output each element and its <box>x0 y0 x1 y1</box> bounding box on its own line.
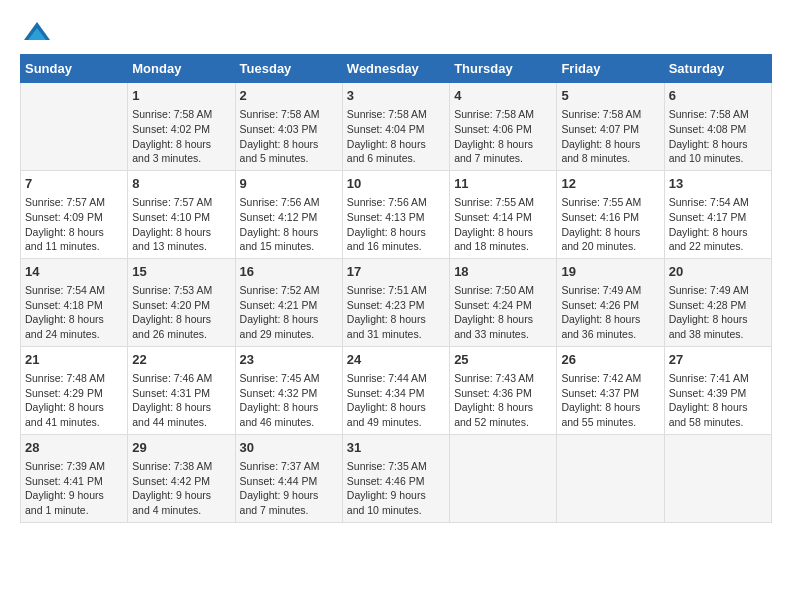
calendar-cell: 19Sunrise: 7:49 AMSunset: 4:26 PMDayligh… <box>557 258 664 346</box>
calendar-cell: 13Sunrise: 7:54 AMSunset: 4:17 PMDayligh… <box>664 170 771 258</box>
day-number: 23 <box>240 351 338 369</box>
day-number: 14 <box>25 263 123 281</box>
day-info: Sunrise: 7:58 AMSunset: 4:08 PMDaylight:… <box>669 107 767 166</box>
day-info: Sunrise: 7:57 AMSunset: 4:10 PMDaylight:… <box>132 195 230 254</box>
day-info: Sunrise: 7:58 AMSunset: 4:03 PMDaylight:… <box>240 107 338 166</box>
day-info: Sunrise: 7:57 AMSunset: 4:09 PMDaylight:… <box>25 195 123 254</box>
day-number: 16 <box>240 263 338 281</box>
logo <box>20 20 54 44</box>
day-number: 11 <box>454 175 552 193</box>
day-number: 13 <box>669 175 767 193</box>
calendar-header-row: SundayMondayTuesdayWednesdayThursdayFrid… <box>21 55 772 83</box>
day-info: Sunrise: 7:54 AMSunset: 4:18 PMDaylight:… <box>25 283 123 342</box>
day-info: Sunrise: 7:50 AMSunset: 4:24 PMDaylight:… <box>454 283 552 342</box>
calendar-cell: 14Sunrise: 7:54 AMSunset: 4:18 PMDayligh… <box>21 258 128 346</box>
day-info: Sunrise: 7:55 AMSunset: 4:16 PMDaylight:… <box>561 195 659 254</box>
day-number: 30 <box>240 439 338 457</box>
calendar-cell: 31Sunrise: 7:35 AMSunset: 4:46 PMDayligh… <box>342 434 449 522</box>
day-info: Sunrise: 7:51 AMSunset: 4:23 PMDaylight:… <box>347 283 445 342</box>
calendar-cell: 4Sunrise: 7:58 AMSunset: 4:06 PMDaylight… <box>450 83 557 171</box>
day-info: Sunrise: 7:58 AMSunset: 4:07 PMDaylight:… <box>561 107 659 166</box>
day-info: Sunrise: 7:53 AMSunset: 4:20 PMDaylight:… <box>132 283 230 342</box>
calendar-cell <box>664 434 771 522</box>
calendar-cell: 23Sunrise: 7:45 AMSunset: 4:32 PMDayligh… <box>235 346 342 434</box>
day-info: Sunrise: 7:54 AMSunset: 4:17 PMDaylight:… <box>669 195 767 254</box>
day-info: Sunrise: 7:49 AMSunset: 4:28 PMDaylight:… <box>669 283 767 342</box>
day-number: 9 <box>240 175 338 193</box>
calendar-cell: 15Sunrise: 7:53 AMSunset: 4:20 PMDayligh… <box>128 258 235 346</box>
day-info: Sunrise: 7:39 AMSunset: 4:41 PMDaylight:… <box>25 459 123 518</box>
day-info: Sunrise: 7:44 AMSunset: 4:34 PMDaylight:… <box>347 371 445 430</box>
day-number: 25 <box>454 351 552 369</box>
calendar-cell: 27Sunrise: 7:41 AMSunset: 4:39 PMDayligh… <box>664 346 771 434</box>
day-info: Sunrise: 7:41 AMSunset: 4:39 PMDaylight:… <box>669 371 767 430</box>
calendar-week-row: 7Sunrise: 7:57 AMSunset: 4:09 PMDaylight… <box>21 170 772 258</box>
day-info: Sunrise: 7:55 AMSunset: 4:14 PMDaylight:… <box>454 195 552 254</box>
header-monday: Monday <box>128 55 235 83</box>
calendar-cell <box>557 434 664 522</box>
day-number: 24 <box>347 351 445 369</box>
calendar-cell: 9Sunrise: 7:56 AMSunset: 4:12 PMDaylight… <box>235 170 342 258</box>
calendar-cell <box>21 83 128 171</box>
day-number: 2 <box>240 87 338 105</box>
day-number: 4 <box>454 87 552 105</box>
day-number: 31 <box>347 439 445 457</box>
day-info: Sunrise: 7:48 AMSunset: 4:29 PMDaylight:… <box>25 371 123 430</box>
day-number: 15 <box>132 263 230 281</box>
day-info: Sunrise: 7:46 AMSunset: 4:31 PMDaylight:… <box>132 371 230 430</box>
calendar-cell: 20Sunrise: 7:49 AMSunset: 4:28 PMDayligh… <box>664 258 771 346</box>
day-number: 10 <box>347 175 445 193</box>
header-sunday: Sunday <box>21 55 128 83</box>
day-number: 12 <box>561 175 659 193</box>
calendar-cell: 25Sunrise: 7:43 AMSunset: 4:36 PMDayligh… <box>450 346 557 434</box>
day-number: 18 <box>454 263 552 281</box>
day-info: Sunrise: 7:37 AMSunset: 4:44 PMDaylight:… <box>240 459 338 518</box>
day-info: Sunrise: 7:52 AMSunset: 4:21 PMDaylight:… <box>240 283 338 342</box>
calendar-cell: 3Sunrise: 7:58 AMSunset: 4:04 PMDaylight… <box>342 83 449 171</box>
calendar-cell: 7Sunrise: 7:57 AMSunset: 4:09 PMDaylight… <box>21 170 128 258</box>
calendar-cell: 26Sunrise: 7:42 AMSunset: 4:37 PMDayligh… <box>557 346 664 434</box>
day-info: Sunrise: 7:45 AMSunset: 4:32 PMDaylight:… <box>240 371 338 430</box>
calendar-cell: 5Sunrise: 7:58 AMSunset: 4:07 PMDaylight… <box>557 83 664 171</box>
calendar-week-row: 28Sunrise: 7:39 AMSunset: 4:41 PMDayligh… <box>21 434 772 522</box>
day-info: Sunrise: 7:58 AMSunset: 4:06 PMDaylight:… <box>454 107 552 166</box>
header-thursday: Thursday <box>450 55 557 83</box>
day-number: 22 <box>132 351 230 369</box>
day-info: Sunrise: 7:56 AMSunset: 4:12 PMDaylight:… <box>240 195 338 254</box>
day-info: Sunrise: 7:58 AMSunset: 4:02 PMDaylight:… <box>132 107 230 166</box>
calendar-week-row: 1Sunrise: 7:58 AMSunset: 4:02 PMDaylight… <box>21 83 772 171</box>
day-info: Sunrise: 7:58 AMSunset: 4:04 PMDaylight:… <box>347 107 445 166</box>
calendar-table: SundayMondayTuesdayWednesdayThursdayFrid… <box>20 54 772 523</box>
day-info: Sunrise: 7:38 AMSunset: 4:42 PMDaylight:… <box>132 459 230 518</box>
calendar-cell: 21Sunrise: 7:48 AMSunset: 4:29 PMDayligh… <box>21 346 128 434</box>
day-number: 3 <box>347 87 445 105</box>
day-number: 21 <box>25 351 123 369</box>
calendar-week-row: 14Sunrise: 7:54 AMSunset: 4:18 PMDayligh… <box>21 258 772 346</box>
calendar-cell: 24Sunrise: 7:44 AMSunset: 4:34 PMDayligh… <box>342 346 449 434</box>
calendar-cell: 2Sunrise: 7:58 AMSunset: 4:03 PMDaylight… <box>235 83 342 171</box>
day-info: Sunrise: 7:35 AMSunset: 4:46 PMDaylight:… <box>347 459 445 518</box>
day-number: 27 <box>669 351 767 369</box>
day-number: 7 <box>25 175 123 193</box>
day-number: 1 <box>132 87 230 105</box>
header-tuesday: Tuesday <box>235 55 342 83</box>
day-number: 6 <box>669 87 767 105</box>
calendar-cell: 28Sunrise: 7:39 AMSunset: 4:41 PMDayligh… <box>21 434 128 522</box>
calendar-cell: 22Sunrise: 7:46 AMSunset: 4:31 PMDayligh… <box>128 346 235 434</box>
day-number: 26 <box>561 351 659 369</box>
day-info: Sunrise: 7:56 AMSunset: 4:13 PMDaylight:… <box>347 195 445 254</box>
calendar-cell <box>450 434 557 522</box>
header-friday: Friday <box>557 55 664 83</box>
logo-icon <box>22 20 52 44</box>
calendar-cell: 10Sunrise: 7:56 AMSunset: 4:13 PMDayligh… <box>342 170 449 258</box>
calendar-cell: 12Sunrise: 7:55 AMSunset: 4:16 PMDayligh… <box>557 170 664 258</box>
day-info: Sunrise: 7:43 AMSunset: 4:36 PMDaylight:… <box>454 371 552 430</box>
calendar-cell: 8Sunrise: 7:57 AMSunset: 4:10 PMDaylight… <box>128 170 235 258</box>
day-number: 19 <box>561 263 659 281</box>
calendar-week-row: 21Sunrise: 7:48 AMSunset: 4:29 PMDayligh… <box>21 346 772 434</box>
day-number: 29 <box>132 439 230 457</box>
calendar-cell: 30Sunrise: 7:37 AMSunset: 4:44 PMDayligh… <box>235 434 342 522</box>
day-number: 17 <box>347 263 445 281</box>
day-number: 5 <box>561 87 659 105</box>
calendar-cell: 1Sunrise: 7:58 AMSunset: 4:02 PMDaylight… <box>128 83 235 171</box>
